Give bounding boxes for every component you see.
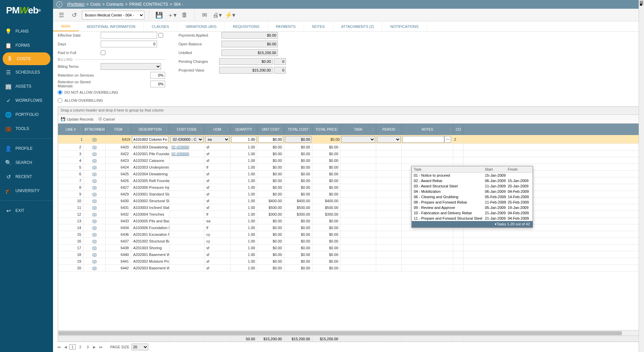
grid-row[interactable]: 9(0)6429A103001 Standard Slab-sf1.00$0.0… xyxy=(58,191,639,197)
nav-plans[interactable]: 💡PLANS xyxy=(0,24,53,38)
nav-exit[interactable]: ↩EXIT xyxy=(0,204,53,218)
ret-materials-input[interactable] xyxy=(150,81,165,87)
attachment-link[interactable]: (0) xyxy=(92,179,97,183)
allow-overbilling-radio[interactable] xyxy=(58,98,62,103)
tab-notifications[interactable]: NOTIFICATIONS xyxy=(382,21,427,31)
grid-row[interactable]: 4(0)6423A102002 Caissonssf1.00$0.00$0.00… xyxy=(58,157,639,164)
attachment-link[interactable]: (0) xyxy=(92,226,97,230)
paid-in-full-check[interactable] xyxy=(101,50,105,55)
edit-qty[interactable] xyxy=(231,136,256,143)
col-header-item[interactable]: ITEM⋮ xyxy=(106,124,131,135)
attachment-link[interactable]: (0) xyxy=(92,246,97,250)
attachment-link[interactable]: (0) xyxy=(92,253,97,257)
grid-row[interactable]: 14(0)6434A103006 Foundation Dralf1.00$0.… xyxy=(58,224,639,231)
breadcrumb-portfolio[interactable]: (Portfolio) xyxy=(67,2,85,7)
col-header-task[interactable]: TASK⋮ xyxy=(341,124,376,135)
notes-expand-icon[interactable]: ⋯ xyxy=(444,136,451,143)
grid-group-bar[interactable]: Drag a column header and drop it here to… xyxy=(58,107,639,115)
task-option[interactable]: 02 - Award Rebar06-Jan-200915-Jan-2009 xyxy=(412,178,533,183)
attachment-link[interactable]: (0) xyxy=(92,206,97,210)
pager-prev-icon[interactable]: ◀ xyxy=(63,345,67,349)
task-option[interactable]: 10 - Fabrication and Delivery Rebar21-Ja… xyxy=(412,210,533,216)
nav-search[interactable]: 🔍SEARCH xyxy=(0,156,53,170)
breadcrumb-004[interactable]: 004 - xyxy=(174,2,183,7)
grid-row[interactable]: 7(0)6426A102005 Raft Foundationsf1.00$0.… xyxy=(58,177,639,184)
edit-unitcost[interactable] xyxy=(258,136,283,143)
grid-row[interactable]: 8(0)6427A102006 Pressure Injectsf1.00$0.… xyxy=(58,184,639,191)
col-header-attachmen[interactable]: ATTACHMEN⋮ xyxy=(84,124,106,135)
list-icon[interactable]: ☰ xyxy=(56,10,66,20)
task-option[interactable]: 08 - Prepare and Forward Rebar11-Feb-200… xyxy=(412,200,533,205)
ret-services-input[interactable] xyxy=(150,72,165,79)
edit-uom[interactable]: ea xyxy=(205,136,230,143)
breadcrumb-contracts[interactable]: Contracts xyxy=(106,2,123,7)
update-records-button[interactable]: 💾 Update Records xyxy=(61,117,94,121)
col-header-uom[interactable]: UOM⋮ xyxy=(204,124,231,135)
attachment-link[interactable]: (0) xyxy=(92,159,97,163)
print-icon[interactable]: 🖨▾ xyxy=(212,10,222,20)
billing-terms-select[interactable] xyxy=(101,63,161,70)
nav-schedules[interactable]: ☰SCHEDULES xyxy=(0,65,53,79)
grid-row[interactable]: 19(0)6441A202002 Moisture Protesf1.00$0.… xyxy=(58,258,639,265)
col-header-quantity[interactable]: QUANTITY⋮ xyxy=(231,124,257,135)
attachment-link[interactable]: (0) xyxy=(92,192,97,196)
attachment-link[interactable]: (0) xyxy=(92,152,97,156)
info-icon[interactable]: i xyxy=(56,1,62,7)
tab-variations-avi-[interactable]: VARIATIONS (AVI) xyxy=(178,21,225,31)
tab-payments[interactable]: PAYMENTS xyxy=(268,21,304,31)
grid-row[interactable]: 20(0)6442A202003 Basement Wallsf1.00$0.0… xyxy=(58,265,639,271)
nav-recent[interactable]: ↺RECENT xyxy=(0,170,53,184)
col-header-notes[interactable]: NOTES⋮ xyxy=(402,124,453,135)
grid-row[interactable]: 12(0)6432A103004 Trencheslf1.00$300.00$3… xyxy=(58,211,639,218)
nav-profile[interactable]: 👤PROFILE xyxy=(0,141,53,156)
effective-date-input[interactable] xyxy=(101,32,157,39)
page-v-scrollbar[interactable]: ▴ xyxy=(639,0,644,352)
col-header-total-price[interactable]: TOTAL PRICE⋮ xyxy=(312,124,341,135)
pager-first-icon[interactable]: ⏮ xyxy=(56,345,61,349)
attachment-link[interactable]: (0) xyxy=(92,199,97,203)
no-overbilling-radio[interactable] xyxy=(58,90,62,95)
edit-desc[interactable] xyxy=(132,136,168,143)
grid-row[interactable]: 17(0)6438A201003 Shoringsf1.00$0.00$0.00… xyxy=(58,245,639,251)
task-popup-footer[interactable]: ▾Tasks 1-20 out of 42 xyxy=(412,221,533,227)
nav-forms[interactable]: 📋FORMS xyxy=(0,38,53,52)
attachment-link[interactable]: (0) xyxy=(92,165,97,169)
grid-row[interactable]: 15(0)6436A201001 Excavation for Bcy1.00$… xyxy=(58,231,639,238)
grid-row[interactable]: 11(0)6431A103003 Inclined Slab-Osf1.00$5… xyxy=(58,204,639,211)
breadcrumb-costs[interactable]: Costs xyxy=(90,2,101,7)
pager-page-2[interactable]: 2 xyxy=(78,345,83,349)
email-icon[interactable]: ✉ xyxy=(199,10,209,20)
grid-row[interactable]: 3(0)6422A102001 Pile Foundation02-030000… xyxy=(58,150,639,157)
task-option[interactable]: 04 - Mobilization06-Jan-200904-Feb-2009 xyxy=(412,189,533,194)
pager-last-icon[interactable]: ⏭ xyxy=(98,345,103,349)
add-icon[interactable]: ＋▾ xyxy=(167,10,177,20)
pager-page-3[interactable]: 3 xyxy=(85,345,90,349)
tab-requisitions[interactable]: REQUISITIONS xyxy=(225,21,268,31)
nav-workflows[interactable]: ✓WORKFLOWS xyxy=(0,93,53,107)
grid-row[interactable]: 2(0)6420A101003 Dewatering02-020000sf1.0… xyxy=(58,144,639,150)
tab-clauses[interactable]: CLAUSES xyxy=(144,21,177,31)
col-header-unit-cost[interactable]: UNIT COST⋮ xyxy=(257,124,284,135)
history-icon[interactable]: ↺ xyxy=(69,10,79,20)
grid-h-scrollbar[interactable] xyxy=(58,330,639,336)
edit-costcode[interactable]: 02-030000 - Concr xyxy=(170,136,203,143)
attachment-link[interactable]: (0) xyxy=(92,145,97,149)
tab-attachments-2-[interactable]: ATTACHMENTS (2) xyxy=(333,21,382,31)
col-header-co[interactable]: CO⋮ xyxy=(453,124,463,135)
attachment-link[interactable]: (0) xyxy=(92,185,97,189)
record-selector[interactable]: Boston Medical Center - 004 - xyxy=(82,11,144,19)
bolt-icon[interactable]: ⚡▾ xyxy=(225,10,235,20)
effective-date-check[interactable] xyxy=(158,33,163,38)
attachment-link[interactable]: (0) xyxy=(92,232,97,236)
pager-next-icon[interactable]: ▶ xyxy=(92,345,96,349)
grid-row[interactable]: 16(0)6437A201002 Structural Backcy1.00$0… xyxy=(58,238,639,245)
nav-tools[interactable]: 💼TOOLS xyxy=(0,122,53,136)
pager-page-1[interactable]: 1 xyxy=(69,344,76,350)
attachment-link[interactable]: (0) xyxy=(92,266,97,270)
attachment-link[interactable]: (0) xyxy=(92,239,97,243)
edit-notes[interactable] xyxy=(402,136,444,143)
col-header-line-[interactable]: LINE #⋮ xyxy=(58,124,84,135)
page-size-select[interactable]: 20 xyxy=(132,344,148,350)
attachment-link[interactable]: (0) xyxy=(92,212,97,216)
col-header-total-cost[interactable]: TOTAL COST⋮ xyxy=(284,124,312,135)
